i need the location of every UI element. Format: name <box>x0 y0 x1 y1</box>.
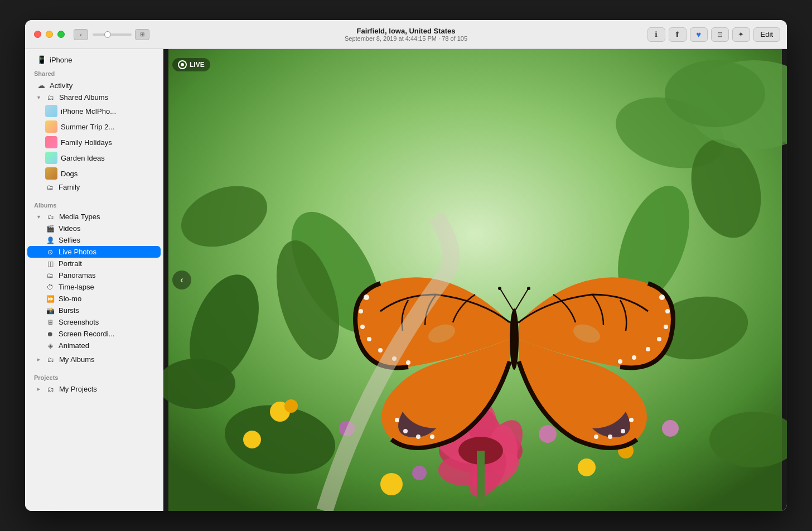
svg-point-57 <box>632 355 636 360</box>
titlebar: ‹ ⊞ Fairfield, Iowa, United States Septe… <box>25 20 787 49</box>
zoom-track[interactable] <box>93 33 132 36</box>
sidebar-item-slomo[interactable]: ⏩ Slo-mo <box>27 293 161 305</box>
svg-point-59 <box>629 418 634 422</box>
sidebar-item-portrait[interactable]: ◫ Portrait <box>27 258 161 269</box>
photo-details: September 8, 2019 at 4:44:15 PM · 78 of … <box>345 35 467 42</box>
svg-point-31 <box>539 425 557 443</box>
bursts-label: Bursts <box>59 306 79 315</box>
animated-label: Animated <box>59 341 89 350</box>
svg-point-51 <box>430 435 434 439</box>
sidebar-item-shared-albums[interactable]: ▼ 🗂 Shared Albums <box>27 91 161 103</box>
dogs-thumb <box>45 167 57 180</box>
sidebar-item-my-projects[interactable]: ▼ 🗂 My Projects <box>27 383 161 395</box>
sidebar-item-activity[interactable]: ☁ Activity <box>27 79 161 91</box>
info-button[interactable]: ℹ <box>647 27 665 42</box>
sidebar-item-panoramas[interactable]: 🗂 Panoramas <box>27 269 161 281</box>
selfies-label: Selfies <box>59 236 80 244</box>
main-window: ‹ ⊞ Fairfield, Iowa, United States Septe… <box>25 20 787 511</box>
grid-view-button[interactable]: ⊞ <box>135 29 149 40</box>
sidebar-item-garden-ideas[interactable]: Garden Ideas <box>27 150 161 166</box>
enhance-button[interactable]: ✦ <box>732 27 750 42</box>
svg-point-26 <box>243 431 261 448</box>
screen-recording-label: Screen Recordi... <box>59 330 114 338</box>
sidebar-item-selfies[interactable]: 👤 Selfies <box>27 234 161 246</box>
svg-point-43 <box>360 325 365 329</box>
close-button[interactable] <box>34 31 41 38</box>
my-albums-label: My Albums <box>59 355 95 364</box>
sidebar-item-family-holidays[interactable]: Family Holidays <box>27 134 161 150</box>
slomo-icon: ⏩ <box>45 295 55 303</box>
expand-shared-icon: ▼ <box>36 95 41 100</box>
videos-icon: 🎬 <box>45 225 55 233</box>
svg-point-27 <box>380 473 403 495</box>
svg-point-48 <box>395 418 399 422</box>
favorite-button[interactable]: ♥ <box>690 27 708 42</box>
live-text: LIVE <box>190 61 205 69</box>
zoom-thumb[interactable] <box>104 31 111 38</box>
iphone-album-label: iPhone McIPho... <box>61 107 116 115</box>
svg-point-44 <box>367 337 371 341</box>
family-holidays-label: Family Holidays <box>61 138 112 147</box>
svg-rect-35 <box>477 451 485 506</box>
dogs-label: Dogs <box>61 170 78 178</box>
sidebar-item-dogs[interactable]: Dogs <box>27 166 161 181</box>
panoramas-icon: 🗂 <box>45 272 55 279</box>
back-button[interactable]: ‹ <box>74 29 88 40</box>
screenshots-label: Screenshots <box>59 318 99 326</box>
previous-photo-button[interactable]: ‹ <box>172 271 191 289</box>
photo-scrollbar[interactable] <box>782 142 786 419</box>
svg-point-45 <box>378 348 383 353</box>
svg-point-55 <box>657 337 661 341</box>
my-projects-icon: 🗂 <box>46 385 56 393</box>
traffic-lights <box>25 31 65 38</box>
sidebar-item-screen-recording[interactable]: ⏺ Screen Recordi... <box>27 328 161 340</box>
share-button[interactable]: ⬆ <box>669 27 687 42</box>
sidebar: 📱 iPhone Shared ☁ Activity ▼ 🗂 Shared Al… <box>25 49 163 511</box>
crop-button[interactable]: ⊡ <box>711 27 729 42</box>
expand-myalbums-icon: ▼ <box>36 357 41 362</box>
live-badge: LIVE <box>172 58 210 71</box>
svg-point-34 <box>412 466 427 480</box>
titlebar-info: Fairfield, Iowa, United States September… <box>345 27 467 42</box>
svg-point-62 <box>594 435 598 439</box>
garden-ideas-label: Garden Ideas <box>61 154 105 162</box>
svg-point-54 <box>664 325 668 329</box>
sidebar-item-media-types[interactable]: ▼ 🗂 Media Types <box>27 211 161 223</box>
minimize-button[interactable] <box>46 31 53 38</box>
sidebar-item-timelapse[interactable]: ⏱ Time-lapse <box>27 281 161 293</box>
svg-point-61 <box>608 435 612 439</box>
portrait-label: Portrait <box>59 259 82 268</box>
summer-trip-label: Summer Trip 2... <box>61 123 114 131</box>
sidebar-item-bursts[interactable]: 📸 Bursts <box>27 305 161 316</box>
sidebar-item-iphone-album[interactable]: iPhone McIPho... <box>27 103 161 119</box>
family-label: Family <box>59 183 80 191</box>
sidebar-item-animated[interactable]: ◈ Animated <box>27 340 161 351</box>
sidebar-item-iphone[interactable]: 📱 iPhone <box>27 54 161 66</box>
photo-display[interactable]: LIVE ‹ <box>163 49 787 511</box>
sidebar-item-live-photos[interactable]: ⊙ Live Photos <box>27 246 161 258</box>
svg-point-28 <box>578 458 596 476</box>
svg-point-40 <box>527 287 530 290</box>
bursts-icon: 📸 <box>45 307 55 315</box>
sidebar-item-screenshots[interactable]: 🖥 Screenshots <box>27 316 161 328</box>
svg-point-53 <box>665 309 670 313</box>
svg-point-49 <box>403 429 408 433</box>
sidebar-item-videos[interactable]: 🎬 Videos <box>27 223 161 234</box>
live-icon <box>178 60 187 69</box>
sidebar-item-summer-trip[interactable]: Summer Trip 2... <box>27 119 161 134</box>
edit-button[interactable]: Edit <box>753 27 780 42</box>
svg-point-25 <box>284 399 298 413</box>
sidebar-item-my-albums[interactable]: ▼ 🗂 My Albums <box>27 354 161 365</box>
selfies-icon: 👤 <box>45 236 55 244</box>
expand-media-icon: ▼ <box>36 214 41 220</box>
svg-point-50 <box>416 435 420 439</box>
svg-point-39 <box>498 287 501 290</box>
expand-projects-icon: ▼ <box>36 387 41 392</box>
iphone-album-thumb <box>45 105 57 117</box>
maximize-button[interactable] <box>57 31 65 38</box>
media-types-label: Media Types <box>59 213 100 221</box>
svg-point-52 <box>659 295 665 300</box>
svg-point-41 <box>364 295 369 300</box>
photo-location: Fairfield, Iowa, United States <box>345 27 467 35</box>
sidebar-item-family[interactable]: 🗂 Family <box>27 181 161 193</box>
